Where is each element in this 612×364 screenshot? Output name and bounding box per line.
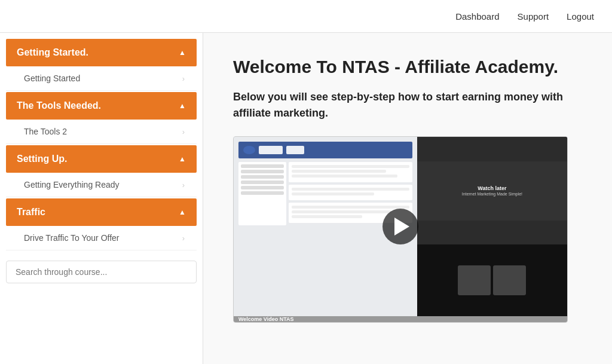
fb-header-dot [259, 146, 283, 154]
sidebar-chevron-traffic: ▲ [179, 208, 186, 216]
fb-right-text: Watch later Internet Marketing Made Simp… [462, 185, 522, 197]
sidebar-item-chevron: › [182, 127, 185, 136]
sidebar-item-getting-started[interactable]: Getting Started› [6, 66, 197, 91]
video-container: Watch later Internet Marketing Made Simp… [233, 136, 568, 323]
fb-post3-line3 [292, 215, 362, 218]
fb-nav-item6 [241, 191, 284, 195]
header: DashboardSupportLogout [0, 0, 612, 33]
sidebar-section-label-setting-up: Setting Up. [17, 154, 67, 164]
fb-right-bottom-inner [455, 262, 529, 298]
sidebar-section-header-getting-started[interactable]: Getting Started.▲ [6, 39, 197, 66]
layout: Getting Started.▲Getting Started›The Too… [0, 33, 612, 364]
fb-nav-item5 [241, 186, 284, 189]
sidebar-section-header-traffic[interactable]: Traffic▲ [6, 198, 197, 226]
sidebar-section-label-tools-needed: The Tools Needed. [17, 100, 101, 111]
fb-right-top: Watch later Internet Marketing Made Simp… [417, 137, 567, 244]
fb-post-line2 [292, 170, 386, 173]
fb-post-line1 [292, 165, 409, 168]
fb-post2-line2 [292, 192, 374, 195]
sidebar-item-the-tools-2[interactable]: The Tools 2› [6, 120, 197, 144]
fb-right-sublabel: Internet Marketing Made Simple! [462, 192, 522, 196]
fb-post3-line2 [292, 210, 391, 213]
play-button[interactable] [382, 209, 418, 244]
sidebar-item-chevron: › [182, 234, 185, 243]
main-content: Welcome To NTAS - Affiliate Academy. Bel… [203, 33, 612, 364]
nav-dashboard[interactable]: Dashboard [455, 11, 499, 22]
fb-right-label: Watch later [462, 185, 522, 192]
fb-post2-line1 [292, 188, 409, 191]
sidebar-section-getting-started: Getting Started.▲Getting Started› [0, 39, 203, 91]
video-bar-title: Welcome Video NTAS [238, 316, 294, 322]
fb-header-dot2 [286, 146, 304, 154]
fb-post3-line1 [292, 206, 409, 209]
fb-nav-item2 [241, 170, 284, 173]
fb-post-line3 [292, 175, 397, 178]
sidebar-item-getting-everything-ready[interactable]: Getting Everything Ready› [6, 173, 197, 197]
sidebar-item-label: Getting Everything Ready [24, 180, 120, 189]
play-icon [394, 218, 409, 235]
sidebar: Getting Started.▲Getting Started›The Too… [0, 33, 203, 364]
sidebar-item-label: The Tools 2 [24, 127, 67, 136]
sidebar-item-chevron: › [182, 74, 185, 83]
video-player[interactable]: Watch later Internet Marketing Made Simp… [234, 137, 567, 316]
fb-logo [243, 146, 255, 154]
search-input[interactable] [6, 261, 197, 283]
sidebar-item-drive-traffic-to-your-offer[interactable]: Drive Traffic To Your Offer› [6, 226, 197, 250]
sidebar-section-setting-up: Setting Up.▲Getting Everything Ready› [0, 145, 203, 197]
sidebar-section-header-setting-up[interactable]: Setting Up.▲ [6, 145, 197, 173]
fb-nav-item4 [241, 181, 284, 184]
fb-right-bottom [417, 244, 567, 316]
fb-post2 [289, 185, 412, 200]
sidebar-section-label-traffic: Traffic [17, 207, 45, 218]
sidebar-section-label-getting-started: Getting Started. [17, 47, 88, 58]
fb-header [238, 142, 412, 158]
sidebar-item-chevron: › [182, 181, 185, 189]
fb-right: Watch later Internet Marketing Made Simp… [417, 137, 567, 316]
fb-right-inner: Watch later Internet Marketing Made Simp… [417, 161, 567, 221]
sidebar-chevron-tools-needed: ▲ [179, 102, 186, 110]
sidebar-item-label: Drive Traffic To Your Offer [24, 233, 120, 243]
sidebar-section-traffic: Traffic▲Drive Traffic To Your Offer› [0, 198, 203, 250]
sidebar-section-header-tools-needed[interactable]: The Tools Needed.▲ [6, 92, 197, 120]
fb-card1 [458, 265, 491, 295]
sidebar-chevron-getting-started: ▲ [179, 48, 186, 57]
header-nav: DashboardSupportLogout [455, 11, 594, 22]
nav-logout[interactable]: Logout [567, 11, 594, 22]
main-title: Welcome To NTAS - Affiliate Academy. [233, 57, 582, 77]
video-bar: Welcome Video NTAS [234, 316, 567, 322]
fb-nav [238, 162, 286, 225]
main-subtitle: Below you will see step-by-step how to s… [233, 89, 582, 121]
fb-card2 [493, 265, 526, 295]
sidebar-section-tools-needed: The Tools Needed.▲The Tools 2› [0, 92, 203, 144]
nav-support[interactable]: Support [518, 11, 549, 22]
sidebar-chevron-setting-up: ▲ [179, 155, 186, 163]
fb-nav-item3 [241, 175, 284, 179]
fb-post1 [289, 162, 412, 182]
sidebar-item-label: Getting Started [24, 74, 80, 83]
fb-nav-item [241, 164, 284, 168]
